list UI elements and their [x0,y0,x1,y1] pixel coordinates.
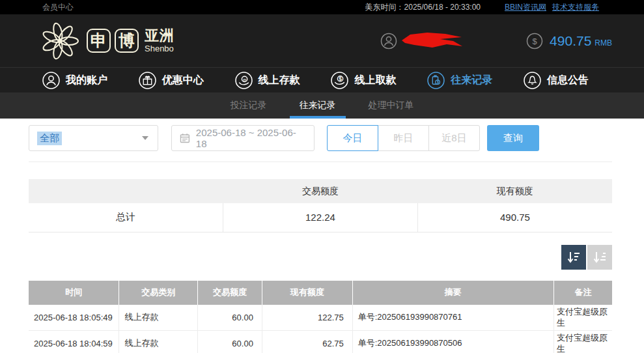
user-icon [380,33,397,49]
cell-balance: 122.75 [262,305,352,331]
section-divider [29,162,612,162]
nav-transaction-records[interactable]: 往来记录 [427,72,492,89]
cell-note: 支付宝超级原生 [553,330,612,353]
sort-controls [29,245,612,270]
nav-label: 线上存款 [259,74,300,87]
redaction-scribble [401,32,464,50]
col-header-summary: 摘要 [352,281,553,305]
logo-char-shen: 申 [87,29,111,53]
flower-logo-icon [39,20,81,62]
cell-time: 2025-06-18 18:05:49 [29,305,119,331]
account-icon [42,72,60,89]
tab-transaction-records[interactable]: 往来记录 [290,92,346,119]
yesterday-button[interactable]: 昨日 [378,125,429,151]
nav-promotions[interactable]: 优惠中心 [139,72,204,89]
cell-note: 支付宝超级原生 [553,305,612,331]
sort-descending-button[interactable] [561,245,586,270]
main-content: 全部 2025-06-18 ~ 2025-06-18 今日 昨日 近8日 查询 … [0,119,644,353]
site-header: 申 博 亚洲 Shenbo $ 490.75 RMB [0,14,644,67]
deposit-icon: @ [235,72,253,89]
sort-ascending-button[interactable] [587,245,612,270]
summary-header-empty [29,179,223,203]
nav-deposit[interactable]: @ 线上存款 [235,72,300,89]
bell-icon [524,72,541,89]
svg-text:$: $ [532,36,537,46]
records-header-row: 时间 交易类别 交易额度 现有额度 摘要 备注 [29,281,612,305]
cell-balance: 62.75 [262,330,352,353]
account-username[interactable] [380,32,464,50]
brand-logo[interactable]: 申 博 亚洲 Shenbo [39,20,175,62]
summary-table: 交易额度 现有额度 总计 122.24 490.75 [29,179,612,233]
col-header-amount: 交易额度 [198,281,262,305]
summary-total-row: 总计 122.24 490.75 [29,203,612,232]
server-time: 美东时间：2025/06/18 - 20:33:00 [365,2,481,13]
logo-region-label: 亚洲 [145,29,175,43]
cell-summary: 单号:202506193990870506 [352,330,553,353]
svg-text:@: @ [242,77,246,81]
sort-descending-icon [566,249,581,265]
summary-total-balance: 490.75 [417,203,612,232]
date-range-input[interactable]: 2025-06-18 ~ 2025-06-18 [171,125,315,151]
nav-withdraw[interactable]: $ 线上取款 [331,72,396,89]
tab-betting-records[interactable]: 投注记录 [221,92,277,119]
nav-label: 往来记录 [451,74,492,87]
nav-label: 信息公告 [547,74,589,87]
filter-row: 全部 2025-06-18 ~ 2025-06-18 今日 昨日 近8日 查询 [29,125,612,151]
table-row: 2025-06-18 18:05:49 线上存款 60.00 122.75 单号… [29,305,612,331]
svg-text:$: $ [339,76,343,82]
logo-characters: 申 博 [87,29,139,53]
logo-latin-label: Shenbo [145,44,175,53]
today-button[interactable]: 今日 [327,125,378,151]
cell-summary: 单号:202506193990870761 [352,305,553,331]
top-utility-bar: 会员中心 美东时间：2025/06/18 - 20:33:00 BBIN资讯网 … [0,0,644,14]
nav-label: 优惠中心 [162,74,204,87]
search-button[interactable]: 查询 [487,125,539,151]
nav-my-account[interactable]: 我的账户 [42,72,107,89]
records-table: 时间 交易类别 交易额度 现有额度 摘要 备注 2025-06-18 18:05… [29,281,612,353]
last-8-days-button[interactable]: 近8日 [428,125,480,151]
summary-total-amount: 122.24 [223,203,418,232]
gift-icon [139,72,156,89]
cell-type: 线上存款 [119,330,198,353]
selected-type-value: 全部 [37,132,62,145]
date-range-value: 2025-06-18 ~ 2025-06-18 [196,127,306,149]
quick-date-group: 今日 昨日 近8日 [327,125,480,151]
balance-currency: RMB [595,38,612,48]
transaction-type-select[interactable]: 全部 [29,125,158,151]
logo-char-bo: 博 [115,29,139,53]
nav-label: 我的账户 [66,74,107,87]
table-row: 2025-06-18 18:04:59 线上存款 60.00 62.75 单号:… [29,330,612,353]
summary-header-amount: 交易额度 [223,179,418,203]
bbin-news-link[interactable]: BBIN资讯网 [505,2,546,13]
col-header-type: 交易类别 [119,281,198,305]
calendar-icon [180,133,190,143]
summary-total-label: 总计 [29,203,223,232]
col-header-time: 时间 [29,281,119,305]
withdraw-icon: $ [331,72,348,89]
account-balance[interactable]: $ 490.75 RMB [526,33,612,49]
tab-pending-orders[interactable]: 处理中订单 [359,92,424,119]
cell-type: 线上存款 [119,305,198,331]
chevron-down-icon [142,136,148,140]
nav-announcements[interactable]: 信息公告 [524,72,589,89]
nav-label: 线上取款 [354,74,396,87]
col-header-note: 备注 [553,281,612,305]
tech-support-link[interactable]: 技术支持服务 [552,2,599,13]
cell-time: 2025-06-18 18:04:59 [29,330,119,353]
balance-amount: 490.75 [550,33,591,49]
col-header-balance: 现有额度 [262,281,352,305]
cell-amount: 60.00 [198,305,262,331]
sort-ascending-icon [592,249,608,265]
dollar-icon: $ [526,33,543,49]
summary-header-balance: 现有额度 [417,179,612,203]
records-icon [427,72,445,89]
sub-nav: 投注记录 往来记录 处理中订单 [0,92,644,119]
member-center-label: 会员中心 [42,2,74,13]
cell-amount: 60.00 [198,330,262,353]
main-nav: 我的账户 优惠中心 @ 线上存款 $ 线上取款 [0,67,644,92]
